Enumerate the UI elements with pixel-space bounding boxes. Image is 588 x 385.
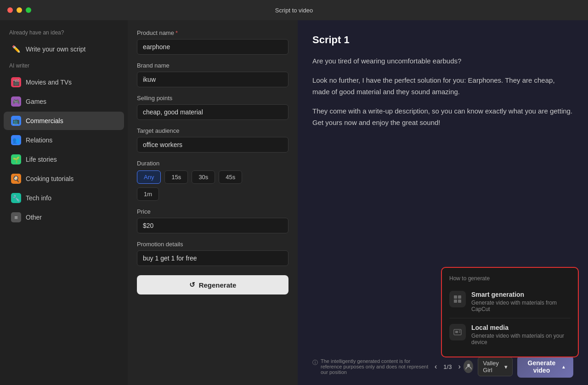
smart-generation-title: Smart generation	[471, 291, 571, 298]
next-page-button[interactable]: ›	[455, 362, 463, 372]
duration-label: Duration	[137, 160, 288, 167]
regenerate-label: Regenerate	[199, 281, 237, 289]
local-media-option[interactable]: Local media Generate video with material…	[449, 318, 571, 349]
promotion-input[interactable]	[137, 250, 288, 266]
disclaimer-text: The intelligently generated content is f…	[321, 358, 432, 375]
other-icon: ≡	[11, 212, 21, 222]
games-label: Games	[26, 98, 46, 105]
how-to-generate-label: How to generate	[449, 275, 571, 282]
local-media-icon	[449, 324, 466, 340]
target-audience-field: Target audience	[137, 127, 288, 153]
brand-name-label: Brand name	[137, 62, 288, 69]
pagination: ‹ 1/3 ›	[432, 362, 464, 372]
voice-chevron-icon: ▾	[504, 363, 508, 370]
brand-name-input[interactable]	[137, 72, 288, 87]
generate-video-label: Generate video	[525, 359, 559, 374]
maximize-button[interactable]	[26, 7, 31, 13]
already-have-label: Already have an idea?	[0, 29, 128, 40]
regenerate-button[interactable]: ↺ Regenerate	[137, 275, 288, 294]
brand-name-field: Brand name	[137, 62, 288, 87]
middle-panel: Product name* Brand name Selling points …	[128, 20, 298, 385]
svg-rect-0	[454, 295, 457, 299]
minimize-button[interactable]	[17, 7, 22, 13]
commercials-icon: 📺	[11, 116, 21, 126]
relations-label: Relations	[26, 136, 52, 144]
generate-video-button[interactable]: Generate video ▲	[517, 356, 573, 378]
price-field: Price	[137, 208, 288, 233]
sidebar-item-life-stories[interactable]: 🌱 Life stories	[4, 150, 124, 169]
script-para-3: They come with a write-up description, s…	[312, 105, 573, 129]
duration-45s-btn[interactable]: 45s	[219, 170, 242, 184]
relations-icon: 👥	[11, 135, 21, 145]
write-own-label: Write your own script	[26, 45, 85, 53]
duration-any-btn[interactable]: Any	[137, 170, 161, 184]
local-media-desc: Generate video with materials on your de…	[471, 333, 571, 345]
life-icon: 🌱	[11, 154, 21, 164]
smart-generation-option[interactable]: Smart generation Generate video with mat…	[449, 287, 571, 316]
regenerate-icon: ↺	[189, 281, 195, 289]
duration-buttons: Any 15s 30s 45s	[137, 170, 288, 184]
svg-point-8	[467, 364, 470, 367]
sidebar-item-write-own[interactable]: ✏️ Write your own script	[4, 40, 124, 58]
right-controls: Valley Girl ▾ Generate video ▲	[464, 356, 573, 378]
voice-label: Valley Girl	[483, 360, 502, 374]
smart-generation-desc: Generate video with materials from CapCu…	[471, 300, 571, 312]
cooking-label: Cooking tutorials	[26, 175, 74, 182]
cooking-icon: 🍳	[11, 174, 21, 184]
sidebar-item-games[interactable]: 🎮 Games	[4, 92, 124, 111]
product-name-field: Product name*	[137, 29, 288, 55]
svg-rect-2	[454, 300, 457, 303]
svg-rect-3	[458, 300, 461, 303]
avatar-icon[interactable]	[464, 360, 474, 373]
selling-points-label: Selling points	[137, 95, 288, 102]
games-icon: 🎮	[11, 96, 21, 107]
tech-icon: 🔧	[11, 193, 21, 203]
movies-label: Movies and TVs	[26, 79, 72, 86]
sidebar-item-tech[interactable]: 🔧 Tech info	[4, 189, 124, 207]
svg-rect-1	[458, 295, 461, 299]
smart-generation-icon	[449, 291, 466, 307]
sidebar-item-other[interactable]: ≡ Other	[4, 208, 124, 226]
info-icon: ⓘ	[312, 359, 318, 367]
movies-icon: 🎬	[11, 77, 21, 87]
product-name-label: Product name*	[137, 29, 288, 36]
voice-selector[interactable]: Valley Girl ▾	[478, 357, 512, 376]
script-para-1: Are you tired of wearing uncomfortable e…	[312, 55, 573, 67]
window-title: Script to video	[275, 7, 313, 14]
promotion-label: Promotion details	[137, 241, 288, 248]
tech-label: Tech info	[26, 194, 51, 202]
sidebar-item-movies[interactable]: 🎬 Movies and TVs	[4, 73, 124, 91]
how-to-generate-popup: How to generate Smart generation Generat…	[441, 267, 579, 357]
sidebar: Already have an idea? ✏️ Write your own …	[0, 20, 128, 385]
local-media-title: Local media	[471, 324, 571, 331]
sidebar-item-commercials[interactable]: 📺 Commercials	[4, 112, 124, 130]
duration-15s-btn[interactable]: 15s	[164, 170, 188, 184]
duration-buttons-row2: 1m	[137, 187, 288, 201]
script-para-2: Look no further, I have the perfect solu…	[312, 74, 573, 98]
selling-points-input[interactable]	[137, 104, 288, 120]
duration-30s-btn[interactable]: 30s	[192, 170, 215, 184]
close-button[interactable]	[7, 7, 13, 13]
prev-page-button[interactable]: ‹	[432, 362, 440, 372]
ai-writer-label: AI writer	[0, 62, 128, 73]
disclaimer: ⓘ The intelligently generated content is…	[312, 358, 432, 375]
generate-chevron-icon: ▲	[561, 364, 566, 369]
promotion-field: Promotion details	[137, 241, 288, 266]
duration-1m-btn[interactable]: 1m	[137, 187, 159, 201]
product-name-input[interactable]	[137, 39, 288, 55]
right-panel: Script 1 Are you tired of wearing uncomf…	[298, 20, 588, 385]
target-audience-label: Target audience	[137, 127, 288, 134]
target-audience-input[interactable]	[137, 137, 288, 153]
price-input[interactable]	[137, 218, 288, 233]
price-label: Price	[137, 208, 288, 215]
other-label: Other	[26, 214, 42, 221]
commercials-label: Commercials	[26, 117, 63, 125]
sidebar-item-cooking[interactable]: 🍳 Cooking tutorials	[4, 170, 124, 188]
traffic-lights	[7, 7, 31, 13]
sidebar-item-relations[interactable]: 👥 Relations	[4, 131, 124, 149]
selling-points-field: Selling points	[137, 95, 288, 120]
duration-field: Duration Any 15s 30s 45s 1m	[137, 160, 288, 201]
titlebar: Script to video	[0, 0, 588, 20]
svg-rect-5	[455, 331, 458, 333]
pencil-icon: ✏️	[11, 44, 21, 54]
